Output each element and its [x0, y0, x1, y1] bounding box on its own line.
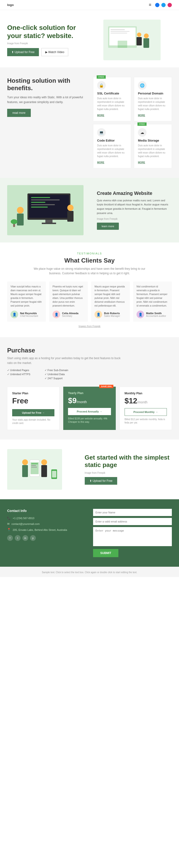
- menu-icon[interactable]: ≡: [149, 2, 151, 7]
- social-icon-4[interactable]: p: [30, 535, 36, 541]
- author-name-1: Nat Reynolds: [20, 312, 38, 315]
- feature-card-storage: FREE ☁ Media Storage Duis aute irure dol…: [134, 124, 172, 168]
- svg-point-7: [137, 33, 141, 37]
- create-text: Create Amazing Website Quis viverra nibh…: [95, 191, 172, 230]
- upload-free-button[interactable]: ⬆ Upload for Free: [7, 48, 39, 56]
- domain-more[interactable]: MORE: [138, 114, 145, 117]
- svg-rect-14: [31, 202, 45, 203]
- contact-name-input[interactable]: [93, 509, 172, 516]
- hero-text: One-click solution for your static? webs…: [7, 24, 87, 56]
- get-started-image: [7, 449, 80, 490]
- yearly-plan-button[interactable]: Proceed Annually →: [68, 408, 111, 415]
- author-name-2: Celia Almeda: [62, 312, 78, 315]
- twitter-icon[interactable]: [162, 3, 166, 7]
- social-icon-3[interactable]: in: [23, 535, 28, 541]
- svg-rect-2: [110, 29, 125, 30]
- hot-badge: SAVE 25%: [99, 385, 113, 388]
- hosting-left: Hosting solution with benefits. Turn you…: [7, 77, 86, 168]
- contact-email-input[interactable]: [93, 518, 172, 525]
- social-icon-2[interactable]: t: [15, 535, 21, 541]
- svg-rect-32: [31, 465, 36, 466]
- testimonial-card-4: Nisl condimentum id venenatis a gravida …: [133, 281, 172, 321]
- ssl-more[interactable]: MORE: [97, 114, 104, 117]
- avatar-1: 👤: [10, 311, 18, 318]
- avatar-2: 👤: [52, 311, 60, 318]
- author-role-2: Secretary: [62, 315, 78, 317]
- feature-item-1: ✓ Unlimited Pages: [7, 369, 30, 372]
- purchase-features: ✓ Unlimited Pages ✓ Unlimited HTTPS ✓ Fr…: [7, 369, 172, 381]
- learn-more-button[interactable]: learn more: [97, 223, 119, 230]
- hosting-right: FREE 🔒 SSL Certificate Duis aute irure d…: [93, 77, 172, 168]
- features-col-1: ✓ Unlimited Pages ✓ Unlimited HTTPS: [7, 369, 30, 381]
- domain-title: Personal Domain: [138, 92, 168, 95]
- submit-button[interactable]: SUBMIT: [93, 549, 118, 557]
- svg-rect-20: [17, 214, 24, 225]
- purchase-subtitle: Start using static.app as a hosting for …: [7, 356, 127, 365]
- svg-rect-9: [118, 41, 127, 48]
- hero-buttons: ⬆ Upload for Free ▶ Watch Video: [7, 48, 87, 56]
- svg-rect-16: [31, 207, 48, 208]
- get-started-text: Get started with the simplest static pag…: [85, 454, 172, 485]
- storage-title: Media Storage: [138, 139, 168, 142]
- starter-plan-card: Starter Plan Free Upload for Free → Your…: [7, 386, 60, 430]
- read-more-button[interactable]: read more: [7, 109, 31, 117]
- footer-text: Sample text. Click to select the text bo…: [42, 571, 137, 574]
- editor-more[interactable]: MORE: [97, 161, 104, 164]
- svg-rect-3: [110, 31, 130, 32]
- svg-rect-26: [22, 465, 28, 477]
- create-illustration: [7, 185, 90, 235]
- yearly-plan-name: Yearly Plan: [68, 392, 111, 395]
- svg-rect-13: [31, 199, 60, 200]
- ssl-title: SSL Certificate: [97, 92, 127, 95]
- get-started-image-credit: Image from Freepik: [85, 471, 172, 474]
- contact-email: ✉ contact@youremail.com: [7, 522, 86, 526]
- contact-form: SUBMIT: [93, 509, 172, 557]
- purchase-section: Purchase Start using static.app as a hos…: [0, 337, 179, 439]
- address-value: 205, Envato Labs, Behind Alto Street, Au…: [13, 528, 67, 532]
- author-name-3: Bob Roberts: [104, 312, 120, 315]
- phone-icon: 📞: [7, 517, 11, 520]
- monthly-plan-button[interactable]: Proceed Monthly →: [124, 408, 167, 416]
- testimonials-title: What Clients Say: [7, 257, 172, 264]
- author-name-4: Mattie Smith: [146, 312, 166, 315]
- domain-desc: Duis aute irure dolor in reprehenderit i…: [138, 97, 168, 111]
- monthly-plan-note: Billed $12 per website monthly. feda is …: [124, 418, 167, 425]
- contact-title: Contact Info: [7, 509, 86, 513]
- contact-phone: 📞 +1 (234) 567-8910: [7, 517, 86, 520]
- image-credit: Image from Freepik: [7, 42, 87, 45]
- editor-title: Code Editor: [97, 139, 127, 142]
- instagram-icon[interactable]: [168, 3, 172, 7]
- storage-more[interactable]: MORE: [138, 161, 145, 164]
- svg-rect-35: [52, 471, 56, 477]
- testimonial-card-2: Pharetra vel turpis nunc eget lorem. Qui…: [49, 281, 88, 321]
- svg-rect-31: [31, 463, 38, 464]
- hosting-description: Turn your ideas into reality with Static…: [7, 95, 86, 104]
- plans-grid: Starter Plan Free Upload for Free → Your…: [7, 386, 172, 430]
- svg-rect-6: [143, 38, 149, 48]
- testimonial-quote-3: Mauris augue neque gravida in fermentum.…: [95, 285, 127, 308]
- free-badge-ssl: FREE: [97, 75, 106, 79]
- social-icon-1[interactable]: f: [7, 535, 13, 541]
- get-started-upload-button[interactable]: ⬆ Upload for Free: [85, 477, 117, 485]
- starter-plan-button[interactable]: Upload for Free →: [12, 409, 55, 416]
- domain-icon: 🌐: [138, 81, 147, 90]
- yearly-plan-card: SAVE 25% Yearly Plan $9/month Proceed An…: [63, 386, 115, 430]
- facebook-icon[interactable]: [155, 3, 159, 7]
- svg-rect-8: [137, 37, 142, 45]
- navigation: logo ≡: [0, 0, 179, 10]
- watch-video-button[interactable]: ▶ Watch Video: [41, 48, 69, 56]
- contact-info: Contact Info 📞 +1 (234) 567-8910 ✉ conta…: [7, 509, 86, 557]
- ssl-desc: Duis aute irure dolor in reprehenderit i…: [97, 97, 127, 111]
- feature-item-3: ✓ Free Sub-Domain: [45, 369, 68, 372]
- hosting-title: Hosting solution with benefits.: [7, 77, 86, 92]
- contact-message-input[interactable]: [93, 527, 172, 546]
- svg-rect-11: [29, 195, 69, 218]
- avatar-3: 👤: [95, 311, 102, 318]
- logo: logo: [7, 3, 13, 7]
- email-icon: ✉: [7, 522, 9, 526]
- svg-rect-33: [31, 467, 37, 467]
- testimonials-label: TESTIMONIALS: [7, 252, 172, 255]
- svg-point-5: [144, 33, 149, 38]
- testimonial-author-2: 👤 Celia Almeda Secretary: [52, 311, 84, 318]
- feature-item-5: ✓ 24/7 Support: [45, 377, 68, 380]
